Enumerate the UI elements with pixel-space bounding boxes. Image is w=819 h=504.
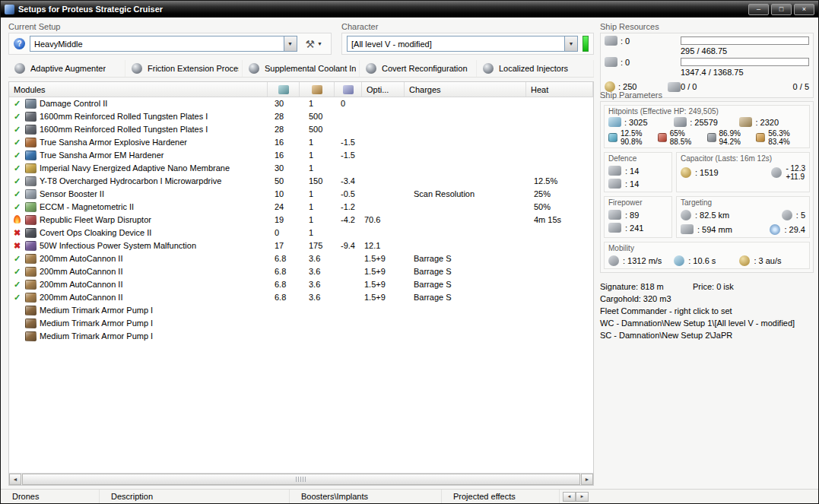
module-row[interactable]: ✓Y-T8 Overcharged Hydrocarbon I Microwar… [9,175,593,188]
subsystem-tab[interactable]: Covert Reconfiguration [360,60,477,77]
scroll-left-icon[interactable]: ◄ [9,474,21,485]
chevron-down-icon[interactable]: ▼ [284,36,297,51]
tab-projected-effects[interactable]: Projected effects [442,490,560,503]
module-cap-value: -1.5 [335,149,362,162]
module-row[interactable]: Medium Trimark Armor Pump I [9,330,593,343]
subsystem-tab[interactable]: Friction Extension Proces... [125,60,243,77]
tab-boosters-implants[interactable]: Boosters\Implants [290,490,442,503]
tab-drones[interactable]: Drones [1,490,100,503]
module-row[interactable]: ✓200mm AutoCannon II6.83.61.5+9Barrage S [9,265,593,278]
module-row[interactable]: ✓Damage Control II3010 [9,97,593,110]
scrollbar-track[interactable] [21,474,581,485]
character-dropdown[interactable]: [All level V - modified] ▼ [347,36,578,52]
module-heat-value [526,97,593,110]
align-time-icon [674,255,684,266]
module-row[interactable]: ✓200mm AutoCannon II6.83.61.5+9Barrage S [9,278,593,291]
module-row[interactable]: ✓1600mm Reinforced Rolled Tungsten Plate… [9,110,593,123]
module-row[interactable]: ✓ECCM - Magnetometric II241-1.250% [9,201,593,214]
scroll-left-icon[interactable]: ◄ [563,492,576,502]
firepower-panel: Firepower : 89 : 241 [604,196,672,238]
fitted-check-icon: ✓ [12,201,22,214]
module-cap-value [335,330,362,343]
module-name-cell: ✓200mm AutoCannon II [9,252,268,265]
powergrid-usage-text: 1347.4 / 1368.75 [681,67,809,78]
fleet-commander-setting[interactable]: Fleet Commander - right click to set [600,305,814,317]
thermal-resist-icon [658,133,667,142]
titlebar[interactable]: Setups for Proteus Strategic Cruiser – □… [1,1,818,17]
module-row[interactable]: Republic Fleet Warp Disruptor191-4.270.6… [9,214,593,227]
module-row[interactable]: ✓Imperial Navy Energized Adaptive Nano M… [9,162,593,175]
module-cpu-value: 0 [268,227,300,239]
maximize-button[interactable]: □ [771,4,792,15]
module-row[interactable]: ✓True Sansha Armor EM Hardener161-1.5 [9,149,593,162]
modules-column-header[interactable]: Modules [9,82,268,97]
armor-icon [674,117,687,127]
module-cap-value: -0.5 [335,188,362,201]
module-charge-value: Barrage S [405,278,526,291]
module-row[interactable]: ✓Sensor Booster II101-0.5Scan Resolution… [9,188,593,201]
module-cpu-value: 50 [268,175,300,188]
subsystem-tab[interactable]: Localized Injectors [477,60,594,77]
module-name: 1600mm Reinforced Rolled Tungsten Plates… [40,110,208,123]
shield-resist-value: 65% [670,129,691,138]
optimal-column-header[interactable]: Opti... [362,82,405,97]
squad-commander-setting[interactable]: SC - Damnation\New Setup 2\JaPR [600,329,814,341]
setup-dropdown[interactable]: HeavyMiddle ▼ [30,36,297,52]
module-optimal-value: 1.5+9 [362,291,405,304]
module-cpu-value: 24 [268,201,300,214]
module-charge-value [405,227,526,239]
tab-description[interactable]: Description [100,490,290,503]
module-name-cell: ✓True Sansha Armor Explosive Hardener [9,136,268,149]
scroll-right-icon[interactable]: ► [576,492,589,502]
module-row[interactable]: ✓True Sansha Armor Explosive Hardener161… [9,136,593,149]
max-targets-value: : 5 [796,211,805,220]
subsystem-tab[interactable]: Adaptive Augmenter [8,60,125,77]
shield-resist-value: 86.9% [719,129,741,138]
fitted-check-icon: ✓ [12,110,22,123]
module-row[interactable]: ✓1600mm Reinforced Rolled Tungsten Plate… [9,123,593,136]
close-button[interactable]: × [794,4,814,15]
module-charge-value [405,162,526,175]
horizontal-scrollbar[interactable]: ◄ ► [9,473,593,485]
explosive-resist-icon [756,133,765,142]
armor-rig-icon [25,306,37,315]
subsystem-tab[interactable]: Supplemental Coolant Inj... [243,60,360,77]
module-row[interactable]: ✓200mm AutoCannon II6.83.61.5+9Barrage S [9,252,593,265]
module-cpu-value: 30 [268,162,300,175]
module-cap-value: -3.4 [335,175,362,188]
module-name: 50W Infectious Power System Malfunction [40,239,196,252]
module-optimal-value [362,149,405,162]
module-charge-value: Scan Resolution [405,188,526,201]
module-powergrid-value: 1 [300,227,335,239]
module-row[interactable]: Medium Trimark Armor Pump I [9,317,593,330]
capacitor-peak-value: +11.9 [786,173,805,181]
armor-rig-icon [25,319,37,328]
chevron-down-icon[interactable]: ▼ [564,36,577,51]
wing-commander-setting[interactable]: WC - Damnation\New Setup 1\[All level V … [600,317,814,329]
charges-column-header[interactable]: Charges [405,82,526,97]
price-value: Price: 0 isk [693,281,734,293]
module-cap-value [335,162,362,175]
module-name: 200mm AutoCannon II [40,291,122,304]
module-row[interactable]: ✓200mm AutoCannon II6.83.61.5+9Barrage S [9,291,593,304]
heat-column-header[interactable]: Heat [526,82,593,97]
module-row[interactable]: Medium Trimark Armor Pump I [9,304,593,317]
setup-tools-button[interactable]: ⚒ ▼ [302,36,327,52]
shield-resist-value: 56.3% [768,129,789,138]
armor-resist-value: 94.2% [719,138,741,146]
module-row[interactable]: ✖50W Infectious Power System Malfunction… [9,239,593,252]
help-icon[interactable]: ? [14,38,25,49]
targeting-label: Targeting [681,198,805,207]
module-heat-value [526,291,593,304]
module-cap-value: -9.4 [335,239,362,252]
scroll-right-icon[interactable]: ► [581,474,593,485]
offline-x-icon: ✖ [12,227,22,239]
cloaking-device-icon [25,228,37,238]
resistance-cell: 86.9%94.2% [707,129,757,146]
scrollbar-thumb[interactable] [22,474,580,485]
module-row[interactable]: ✖Covert Ops Cloaking Device II01 [9,227,593,239]
bottom-tabs-scroll[interactable]: ◄► [563,490,589,503]
subsystem-icon [14,63,25,74]
minimize-button[interactable]: – [748,4,769,15]
character-label: Character [341,22,594,31]
